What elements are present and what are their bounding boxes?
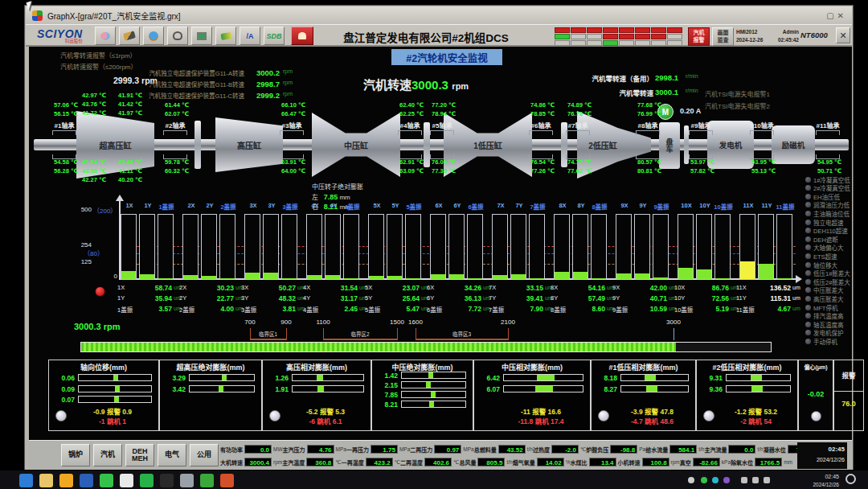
- wallet-icon[interactable]: [215, 27, 236, 45]
- panel4-gauge-1: [503, 385, 583, 392]
- status-field-主汽温度: 主汽温度360.8℃: [282, 458, 341, 466]
- alarm-grid-cell-1-4: [619, 34, 634, 39]
- alarm-list-item-9: ETS超速: [805, 252, 837, 260]
- edge-browser-icon[interactable]: [19, 474, 33, 487]
- tray-icon-0[interactable]: [688, 477, 694, 483]
- status-unit: MW: [273, 446, 283, 452]
- wechat-icon[interactable]: [100, 474, 113, 487]
- status-label: 凝器水位: [764, 446, 786, 454]
- bearing6-temp-bottom-0: 76.54 ℃: [523, 158, 562, 166]
- tray-icon-5[interactable]: [752, 477, 759, 483]
- eccentricity-alarm-value: 76.0: [834, 400, 863, 408]
- window-buttons[interactable]: ▢✕: [826, 11, 847, 20]
- sdb-tool-icon[interactable]: SDB: [264, 27, 285, 45]
- eccentricity-indicator: [811, 411, 821, 421]
- lp2-cylinder-label: 2低压缸: [588, 139, 617, 151]
- status-unit: t/h: [698, 446, 704, 452]
- tray-icon-6[interactable]: [764, 477, 770, 483]
- tray-icon-1[interactable]: [701, 477, 707, 483]
- screen-monitor-button[interactable]: 画面 监查: [712, 27, 734, 46]
- y-label-254: 254: [69, 241, 92, 249]
- monitor-icon[interactable]: [191, 27, 212, 45]
- nav-button-DEH[interactable]: DEHMEH: [125, 444, 154, 466]
- nt6000-brand: NT6000: [800, 31, 828, 39]
- nav-button-汽机[interactable]: 汽机: [93, 444, 122, 466]
- tray-icon-3[interactable]: [723, 477, 730, 483]
- vib-val-unit-11Y: um: [792, 295, 800, 301]
- users-icon[interactable]: [95, 27, 116, 45]
- word-icon[interactable]: [80, 474, 93, 487]
- bearing2-temp-top-1: 62.07 ℃: [158, 110, 196, 117]
- alarm-dot-14: [805, 296, 811, 302]
- y-axis-arrow: [116, 195, 124, 201]
- status-value: 805.5: [477, 458, 505, 466]
- panel3-gauge-marker-1: [426, 382, 431, 388]
- alarm-grid-cell-2-2: [587, 40, 602, 46]
- tray-icon-4[interactable]: [741, 477, 747, 483]
- alarm-dot-6: [805, 228, 811, 233]
- bearing7-temp-bottom-0: 74.77 ℃: [560, 158, 599, 166]
- turbine-alarm-button[interactable]: 汽机 报警: [688, 27, 710, 46]
- vib-val-5盖振: 5.47: [386, 305, 420, 313]
- panel-中压相对膨胀(mm): 中压相对膨胀(mm)6.426.07-11 报警 16.6-11.8 跳机 17…: [473, 360, 591, 431]
- title-bar[interactable]: GraphX-[gra/#20T_汽机安全监视.grx] ▢✕: [26, 6, 852, 24]
- bearing-bracket-top-1: [52, 130, 76, 135]
- panel-中压绝对膨胀(mm): 中压绝对膨胀(mm)1.422.157.858.21: [371, 360, 473, 431]
- notepad-icon[interactable]: [120, 474, 133, 487]
- clock-icon[interactable]: [143, 27, 164, 45]
- dcs-clock-date: 2024/12/26: [797, 455, 845, 464]
- panel3-value-0: 1.42: [374, 372, 398, 380]
- files-icon[interactable]: [180, 474, 194, 487]
- coin-app-icon[interactable]: [59, 474, 73, 487]
- panel2-alarm-limits: -5.2 报警 5.3: [284, 406, 367, 416]
- panel2-value-1: 1.91: [264, 385, 289, 393]
- main-speed-unit: rpm: [452, 81, 469, 91]
- taskbar-settings-gear-icon[interactable]: [845, 474, 856, 484]
- panel4-trip-limits: -11.8 跳机 17.4: [495, 416, 587, 425]
- vib-bar-4盖振: [343, 214, 359, 280]
- nav-button-电气[interactable]: 电气: [158, 444, 186, 466]
- settings-icon[interactable]: [167, 27, 188, 45]
- alarm-list-item-12: 低压2#胀差大: [805, 277, 850, 286]
- taskbar-clock[interactable]: 02:45 2024/12/26: [800, 473, 839, 489]
- vib-bar-2盖振: [219, 214, 235, 280]
- panel-轴向位移(mm): 轴向位移(mm)0.060.090.07-0.9 报警 0.9-1 跳机 1: [48, 360, 159, 431]
- alarm-grid-cell-0-7: [667, 27, 682, 33]
- zero-speed-label: 汽机零转速: [591, 88, 653, 97]
- panel0-alarm-limits: -0.9 报警 0.9: [70, 406, 155, 416]
- vib-val-9X: 42.00: [633, 284, 667, 292]
- vib-bar-label-5盖振: 5盖振: [403, 202, 425, 211]
- antivirus-icon[interactable]: [200, 474, 214, 487]
- alarm-list-item-0: 1#冷凝真空低: [805, 175, 850, 183]
- cards-icon[interactable]: [119, 27, 140, 45]
- vib-val-8盖振: 8.60: [571, 305, 605, 313]
- nav-button-公用[interactable]: 公用: [190, 444, 219, 466]
- vib-status-dot: [95, 286, 105, 297]
- turbine-alarm-label1: 汽机: [694, 30, 705, 36]
- office-icon[interactable]: [220, 474, 234, 487]
- status-field-主汽压力: 主汽压力4.76MPa: [283, 445, 346, 454]
- ja-tool-icon[interactable]: /A: [240, 27, 260, 45]
- vib-bar-fill-9Y: [635, 273, 649, 279]
- restore-icon[interactable]: ▢: [826, 11, 837, 20]
- vib-bar-4Y: [325, 214, 341, 280]
- terminal-icon[interactable]: [160, 474, 174, 487]
- wps-icon[interactable]: [140, 474, 154, 487]
- bearing-label-6: #6轴承: [521, 121, 561, 129]
- tray-icon-2[interactable]: [712, 477, 719, 483]
- speed-tick-label-1600: 1600: [403, 318, 428, 326]
- panel0-indicator: [55, 410, 67, 421]
- monitor-label1: 画面: [718, 30, 729, 36]
- bearing10-temp-bottom-0: 53.95 ℃: [744, 158, 783, 166]
- toolbar-close-button[interactable]: ✕: [836, 27, 850, 43]
- turbine-alarm-label2: 报警: [694, 37, 705, 43]
- vib-bar-5Y: [387, 214, 403, 280]
- close-icon[interactable]: ✕: [837, 11, 847, 20]
- status-field-总燃料量: 总燃料量43.52t/h: [474, 445, 533, 454]
- vib-bar-8Y: [572, 214, 588, 280]
- vib-bar-4X: [306, 214, 322, 280]
- windows-taskbar[interactable]: 02:45 2024/12/26: [0, 470, 868, 489]
- alarm-bell-icon[interactable]: [291, 27, 313, 45]
- nav-button-锅炉[interactable]: 锅炉: [61, 444, 90, 466]
- folder-icon[interactable]: [39, 474, 53, 487]
